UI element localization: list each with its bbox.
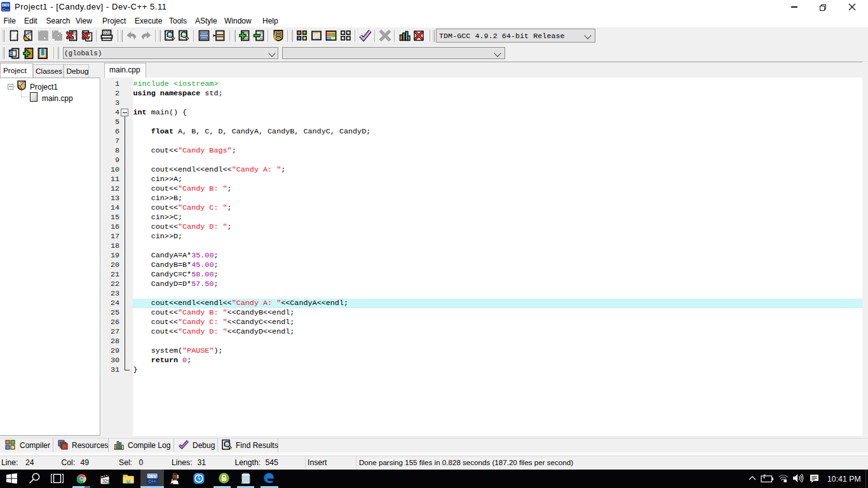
- svg-text:C++: C++: [3, 8, 9, 11]
- svg-text:C++: C++: [149, 479, 156, 484]
- svg-text:1: 1: [107, 478, 110, 484]
- svg-text:DEV: DEV: [148, 474, 157, 478]
- svg-text:DEV: DEV: [2, 3, 10, 7]
